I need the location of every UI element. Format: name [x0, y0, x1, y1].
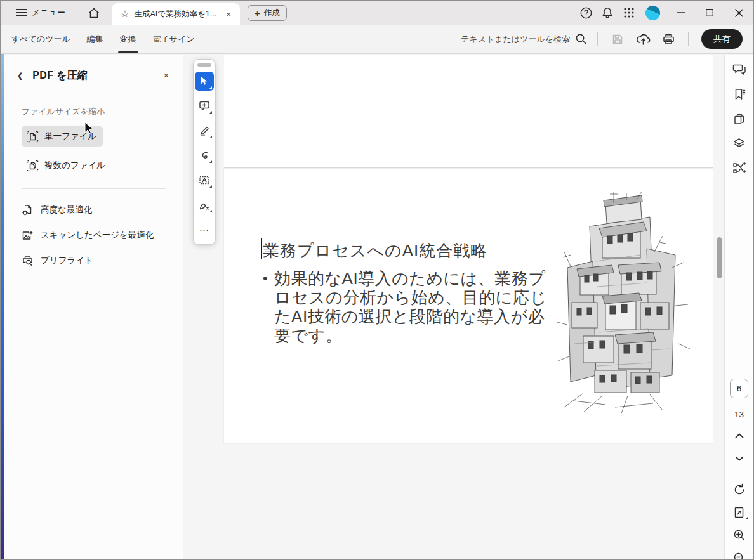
toolbar-divider: [597, 32, 598, 46]
tab-close-icon[interactable]: ×: [225, 10, 232, 19]
save-button[interactable]: [608, 30, 627, 49]
chevron-down-icon: [735, 456, 744, 461]
draw-tool-button[interactable]: [195, 146, 214, 165]
toolbar-tabs: すべてのツール 編集 変換 電子サイン: [1, 25, 195, 53]
print-icon: [662, 33, 675, 46]
optimize-scanned-pages-item[interactable]: スキャンしたページを最適化: [22, 223, 183, 248]
panel-section-label: ファイルサイズを縮小: [4, 82, 183, 117]
preflight-item[interactable]: プリフライト: [22, 248, 183, 273]
page-fit-button[interactable]: [731, 505, 748, 520]
page-navigation: 6 13: [725, 379, 753, 560]
help-button[interactable]: [575, 1, 597, 25]
current-page-input[interactable]: 6: [730, 379, 748, 398]
close-window-button[interactable]: [724, 1, 753, 25]
vertical-scrollbar-thumb[interactable]: [717, 237, 722, 278]
rotate-page-button[interactable]: [731, 482, 748, 497]
tab-convert[interactable]: 変換: [120, 25, 136, 53]
tab-esign[interactable]: 電子サイン: [153, 25, 195, 53]
pages-copy-icon: [733, 112, 746, 126]
select-tool-button[interactable]: [195, 72, 214, 91]
tab-all-tools[interactable]: すべてのツール: [11, 25, 70, 53]
more-tools-button[interactable]: …: [195, 220, 214, 239]
apps-button[interactable]: [618, 1, 640, 25]
layers-panel-button[interactable]: [732, 136, 747, 151]
home-icon: [88, 7, 100, 19]
add-text-tool-button[interactable]: [195, 171, 214, 190]
page-thumbnails-panel-button[interactable]: [732, 111, 747, 126]
document-canvas[interactable]: 業務プロセスへのAI統合戦略 •効果的なAI導入のためには、業務プ ロセスの分析…: [183, 55, 724, 559]
zoom-in-button[interactable]: [731, 528, 748, 543]
help-icon: [579, 6, 593, 20]
submenu-corner-icon: [209, 210, 212, 212]
next-page-button[interactable]: [732, 452, 747, 465]
advanced-optimization-item[interactable]: 高度な最適化: [22, 197, 183, 223]
organize-pages-panel-button[interactable]: [732, 160, 747, 176]
slide-heading[interactable]: 業務プロセスへのAI統合戦略: [263, 240, 487, 262]
zoom-out-icon: [733, 552, 746, 560]
comment-tool-button[interactable]: [195, 96, 214, 115]
acrobat-window: メニュー ☆ 生成AIで業務効率を1... × + 作成: [0, 0, 754, 560]
advanced-optimization-label: 高度な最適化: [41, 204, 92, 216]
bullet-line: 要です。: [274, 326, 551, 345]
submenu-corner-icon: [209, 136, 212, 138]
close-icon: [735, 9, 743, 17]
menu-button[interactable]: メニュー: [10, 1, 72, 25]
page-fit-icon: [733, 506, 745, 519]
bookmark-icon: [733, 88, 746, 101]
share-button[interactable]: 共有: [701, 29, 743, 49]
menu-label: メニュー: [32, 7, 65, 18]
notifications-button[interactable]: [597, 1, 618, 25]
toolbar-right: テキストまたはツールを検索 共有: [461, 29, 753, 49]
bell-icon: [601, 6, 614, 20]
highlight-tool-button[interactable]: [195, 121, 214, 140]
minimize-icon: [677, 12, 685, 13]
sign-tool-button[interactable]: [195, 195, 214, 214]
preflight-icon: [22, 255, 34, 267]
current-page-value: 6: [737, 384, 742, 393]
previous-page-button[interactable]: [732, 429, 747, 442]
toolbar-drag-handle[interactable]: [197, 63, 211, 67]
text-caret: [261, 238, 262, 259]
maximize-button[interactable]: [695, 1, 724, 25]
slide-body-text[interactable]: •効果的なAI導入のためには、業務プ ロセスの分析から始め、目的に応じ たAI技…: [264, 269, 551, 345]
rail-panels: [725, 55, 753, 176]
optimize-scanned-label: スキャンしたページを最適化: [41, 230, 154, 241]
comments-panel-button[interactable]: [732, 62, 747, 77]
panel-close-icon[interactable]: ×: [161, 69, 171, 82]
total-pages-label: 13: [734, 410, 744, 419]
document-tab-title: 生成AIで業務効率を1...: [134, 9, 220, 20]
rotate-icon: [733, 483, 746, 496]
panel-divider: [22, 188, 166, 189]
titlebar-right: [575, 1, 753, 25]
slide-illustration-sketch: [545, 192, 692, 415]
home-button[interactable]: [83, 1, 105, 25]
create-button[interactable]: + 作成: [248, 5, 287, 21]
star-icon[interactable]: ☆: [121, 8, 129, 20]
maximize-icon: [706, 9, 713, 16]
upload-cloud-button[interactable]: [633, 30, 652, 49]
tab-edit[interactable]: 編集: [87, 25, 103, 53]
back-icon[interactable]: ‹: [18, 67, 22, 85]
zoom-out-button[interactable]: [731, 550, 748, 560]
bullet-line: ロセスの分析から始め、目的に応じ: [274, 288, 551, 307]
advanced-optimization-icon: [22, 204, 34, 216]
shuffle-arrows-icon: [732, 162, 746, 174]
bookmarks-panel-button[interactable]: [732, 86, 747, 101]
bullet-icon: •: [263, 269, 268, 288]
multiple-files-icon: [27, 160, 39, 172]
quick-tools-toolbar: …: [193, 59, 216, 245]
compress-multiple-files-item[interactable]: 複数のファイル: [22, 155, 112, 176]
create-label: 作成: [264, 8, 280, 18]
minimize-button[interactable]: [666, 1, 695, 25]
signature-pen-icon: [198, 199, 211, 211]
submenu-corner-icon: [745, 517, 748, 519]
search-box[interactable]: テキストまたはツールを検索: [461, 33, 587, 45]
chevron-up-icon: [735, 433, 744, 438]
panel-tools: 高度な最適化 スキャンしたページを最適化 プリフライト: [4, 197, 183, 273]
print-button[interactable]: [659, 30, 678, 49]
highlighter-icon: [198, 124, 211, 137]
avatar[interactable]: [645, 6, 660, 20]
document-tab[interactable]: ☆ 生成AIで業務効率を1... ×: [112, 3, 240, 25]
app-grid-icon: [623, 7, 635, 18]
titlebar-separator: [77, 6, 77, 19]
